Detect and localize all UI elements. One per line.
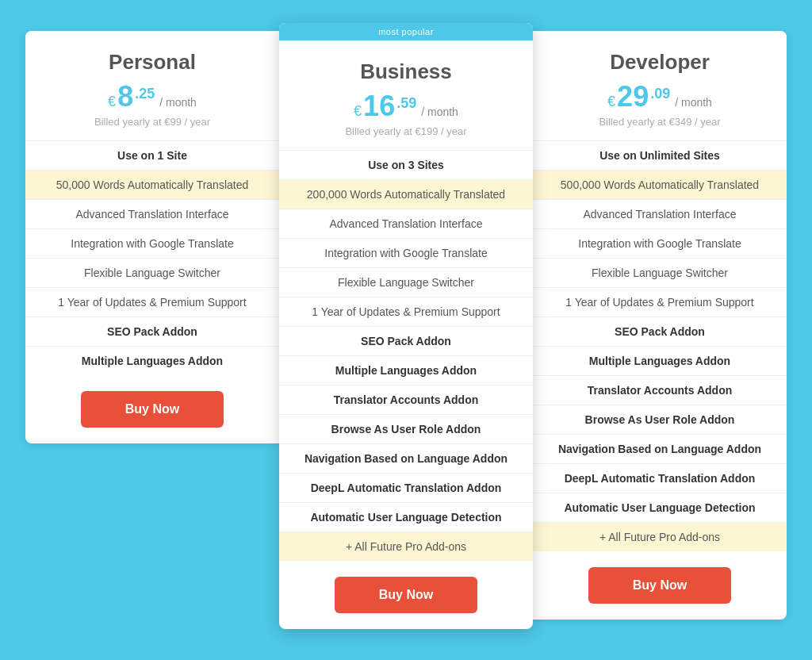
feature-row: Browse As User Role Addon bbox=[533, 405, 787, 435]
feature-cell: Use on Unlimited Sites bbox=[533, 141, 787, 171]
feature-row: Use on Unlimited Sites bbox=[533, 141, 787, 171]
plan-footer-developer: Buy Now bbox=[533, 551, 787, 620]
plan-name-business: Business bbox=[295, 59, 517, 84]
features-table-personal: Use on 1 Site 50,000 Words Automatically… bbox=[25, 140, 279, 375]
feature-cell: Use on 1 Site bbox=[25, 141, 279, 171]
price-currency: € bbox=[108, 94, 116, 110]
price-period: / month bbox=[159, 96, 197, 109]
price-main: 8 bbox=[117, 82, 133, 111]
feature-cell: Advanced Translation Interface bbox=[279, 209, 533, 239]
feature-cell: SEO Pack Addon bbox=[279, 327, 533, 356]
plan-price-business: € 16 .59 / month bbox=[295, 92, 517, 121]
feature-row: Flexible Language Switcher bbox=[279, 268, 533, 297]
plan-name-developer: Developer bbox=[549, 50, 771, 75]
feature-row: Browse As User Role Addon bbox=[279, 415, 533, 444]
feature-row: 1 Year of Updates & Premium Support bbox=[533, 288, 787, 317]
feature-cell: Advanced Translation Interface bbox=[25, 200, 279, 229]
feature-cell: Multiple Languages Addon bbox=[533, 347, 787, 376]
feature-row: + All Future Pro Add-ons bbox=[279, 532, 533, 562]
feature-row: 200,000 Words Automatically Translated bbox=[279, 180, 533, 209]
feature-cell: Multiple Languages Addon bbox=[25, 347, 279, 376]
feature-cell: SEO Pack Addon bbox=[25, 317, 279, 347]
feature-cell: Flexible Language Switcher bbox=[25, 259, 279, 288]
feature-cell: Translator Accounts Addon bbox=[279, 386, 533, 415]
feature-row: Translator Accounts Addon bbox=[279, 386, 533, 415]
plan-header-developer: Developer € 29 .09 / month Billed yearly… bbox=[533, 31, 787, 140]
feature-row: Use on 1 Site bbox=[25, 141, 279, 171]
feature-cell: DeepL Automatic Translation Addon bbox=[279, 474, 533, 503]
plan-price-developer: € 29 .09 / month bbox=[549, 82, 771, 111]
feature-row: Advanced Translation Interface bbox=[25, 200, 279, 229]
feature-cell: 500,000 Words Automatically Translated bbox=[533, 171, 787, 200]
plan-footer-personal: Buy Now bbox=[25, 375, 279, 443]
plan-card-developer: Developer € 29 .09 / month Billed yearly… bbox=[533, 31, 787, 620]
pricing-container: Personal € 8 .25 / month Billed yearly a… bbox=[16, 31, 796, 629]
plan-name-personal: Personal bbox=[41, 50, 263, 75]
plan-price-personal: € 8 .25 / month bbox=[41, 82, 263, 111]
feature-cell: Flexible Language Switcher bbox=[279, 268, 533, 297]
feature-cell: Integration with Google Translate bbox=[25, 229, 279, 259]
price-decimal: .59 bbox=[396, 95, 416, 112]
feature-row: Multiple Languages Addon bbox=[533, 347, 787, 376]
feature-cell: DeepL Automatic Translation Addon bbox=[533, 464, 787, 493]
feature-cell: Browse As User Role Addon bbox=[533, 405, 787, 435]
feature-row: Navigation Based on Language Addon bbox=[279, 444, 533, 474]
price-yearly: Billed yearly at €99 / year bbox=[41, 116, 263, 128]
plan-header-business: Business € 16 .59 / month Billed yearly … bbox=[279, 40, 533, 150]
price-main: 29 bbox=[617, 82, 649, 111]
buy-now-button-business[interactable]: Buy Now bbox=[335, 577, 477, 613]
feature-cell: + All Future Pro Add-ons bbox=[279, 532, 533, 562]
feature-row: Integration with Google Translate bbox=[25, 229, 279, 259]
feature-row: + All Future Pro Add-ons bbox=[533, 523, 787, 552]
buy-now-button-personal[interactable]: Buy Now bbox=[81, 391, 224, 428]
feature-cell: Advanced Translation Interface bbox=[533, 200, 787, 229]
feature-cell: Navigation Based on Language Addon bbox=[533, 435, 787, 464]
price-main: 16 bbox=[363, 92, 395, 121]
feature-cell: Use on 3 Sites bbox=[279, 151, 533, 180]
feature-cell: Translator Accounts Addon bbox=[533, 376, 787, 405]
feature-row: Multiple Languages Addon bbox=[279, 356, 533, 386]
feature-row: SEO Pack Addon bbox=[533, 317, 787, 347]
feature-row: SEO Pack Addon bbox=[25, 317, 279, 347]
feature-row: Flexible Language Switcher bbox=[25, 259, 279, 288]
feature-cell: Navigation Based on Language Addon bbox=[279, 444, 533, 474]
feature-cell: 50,000 Words Automatically Translated bbox=[25, 171, 279, 200]
plan-card-personal: Personal € 8 .25 / month Billed yearly a… bbox=[25, 31, 279, 443]
feature-cell: 1 Year of Updates & Premium Support bbox=[533, 288, 787, 317]
feature-row: Translator Accounts Addon bbox=[533, 376, 787, 405]
feature-row: Advanced Translation Interface bbox=[533, 200, 787, 229]
features-table-developer: Use on Unlimited Sites 500,000 Words Aut… bbox=[533, 140, 787, 551]
feature-row: Advanced Translation Interface bbox=[279, 209, 533, 239]
feature-row: Use on 3 Sites bbox=[279, 151, 533, 180]
price-period: / month bbox=[421, 106, 458, 118]
price-decimal: .25 bbox=[135, 86, 155, 102]
feature-cell: Automatic User Language Detection bbox=[279, 503, 533, 532]
features-table-business: Use on 3 Sites 200,000 Words Automatical… bbox=[279, 150, 533, 561]
price-yearly: Billed yearly at €199 / year bbox=[295, 125, 517, 137]
feature-cell: Integration with Google Translate bbox=[279, 239, 533, 268]
feature-cell: Integration with Google Translate bbox=[533, 229, 787, 259]
feature-cell: Flexible Language Switcher bbox=[533, 259, 787, 288]
plan-footer-business: Buy Now bbox=[279, 561, 533, 629]
price-period: / month bbox=[675, 96, 712, 109]
buy-now-button-developer[interactable]: Buy Now bbox=[588, 567, 731, 604]
feature-row: 500,000 Words Automatically Translated bbox=[533, 171, 787, 200]
feature-cell: 1 Year of Updates & Premium Support bbox=[25, 288, 279, 317]
feature-row: DeepL Automatic Translation Addon bbox=[279, 474, 533, 503]
feature-cell: Multiple Languages Addon bbox=[279, 356, 533, 386]
plan-card-business: most popular Business € 16 .59 / month B… bbox=[279, 23, 533, 629]
feature-cell: 200,000 Words Automatically Translated bbox=[279, 180, 533, 209]
price-currency: € bbox=[607, 94, 615, 110]
feature-row: SEO Pack Addon bbox=[279, 327, 533, 356]
feature-row: Integration with Google Translate bbox=[279, 239, 533, 268]
feature-row: 50,000 Words Automatically Translated bbox=[25, 171, 279, 200]
feature-row: Navigation Based on Language Addon bbox=[533, 435, 787, 464]
price-currency: € bbox=[354, 103, 362, 120]
feature-row: DeepL Automatic Translation Addon bbox=[533, 464, 787, 493]
feature-row: Flexible Language Switcher bbox=[533, 259, 787, 288]
feature-row: 1 Year of Updates & Premium Support bbox=[279, 297, 533, 327]
feature-cell: + All Future Pro Add-ons bbox=[533, 523, 787, 552]
most-popular-badge: most popular bbox=[279, 23, 533, 40]
feature-cell: Automatic User Language Detection bbox=[533, 493, 787, 523]
feature-row: Automatic User Language Detection bbox=[533, 493, 787, 523]
